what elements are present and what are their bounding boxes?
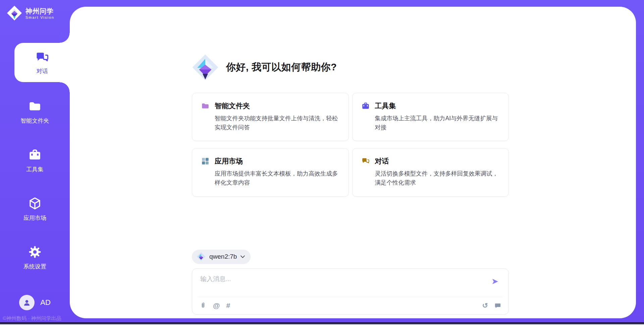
main-panel: 你好, 我可以如何帮助你? 智能文件夹 智能文件夹功能支持批量文件上传与清洗，轻… (70, 7, 636, 318)
toolbox-icon (28, 148, 42, 162)
paperclip-icon (200, 302, 207, 309)
brand-name: 神州问学 (25, 7, 54, 15)
sidebar-item-smart-folder[interactable]: 智能文件夹 (0, 99, 70, 125)
grid-icon (201, 157, 210, 166)
card-title: 应用市场 (215, 156, 243, 166)
model-selector-row: qwen2:7b (192, 250, 509, 264)
sidebar-item-label: 智能文件夹 (0, 117, 70, 125)
model-selector[interactable]: qwen2:7b (192, 250, 251, 264)
card-title: 工具集 (375, 101, 396, 111)
folder-icon (201, 102, 210, 110)
model-logo-icon (197, 252, 206, 261)
sidebar-item-chat[interactable]: 对话 (14, 43, 70, 82)
welcome: 你好, 我可以如何帮助你? (192, 54, 509, 81)
sidebar-item-toolset[interactable]: 工具集 (0, 148, 70, 173)
gear-icon (28, 245, 42, 259)
chat-icon (35, 50, 50, 65)
card-title: 对话 (375, 156, 389, 166)
sidebar-footer: ©神州数码 · 神州问学出品 (3, 315, 70, 322)
person-icon (22, 298, 32, 307)
card-description: 智能文件夹功能支持批量文件上传与清洗，轻松实现文件问答 (215, 114, 338, 132)
chat-bubble-icon (494, 302, 501, 309)
brand-logo-icon (7, 5, 22, 21)
divider (198, 297, 502, 297)
folder-icon (28, 99, 42, 113)
hashtag-button[interactable]: # (226, 302, 230, 310)
chat-icon (361, 157, 370, 166)
message-input[interactable] (200, 274, 476, 295)
assistant-logo-icon (192, 54, 219, 81)
card-chat[interactable]: 对话 灵活切换多模型文件，支持多样回复效果调试，满足个性化需求 (352, 148, 509, 196)
card-app-market[interactable]: 应用市场 应用市场提供丰富长文本模板，助力高效生成多样化文章内容 (192, 148, 349, 196)
card-description: 灵活切换多模型文件，支持多样回复效果调试，满足个性化需求 (375, 169, 499, 187)
card-title: 智能文件夹 (215, 101, 250, 111)
history-button[interactable]: ↺ (482, 302, 488, 310)
user-name: AD (40, 298, 51, 307)
avatar (19, 295, 35, 310)
attach-button[interactable] (200, 302, 207, 309)
brand: 神州问学 Smart Vision (0, 0, 70, 21)
sidebar-item-label: 工具集 (0, 166, 70, 173)
composer: ➤ @ # ↺ (192, 268, 509, 315)
feature-cards: 智能文件夹 智能文件夹功能支持批量文件上传与清洗，轻松实现文件问答 (192, 93, 509, 197)
chevron-down-icon (240, 255, 245, 258)
sidebar-item-settings[interactable]: 系统设置 (0, 245, 70, 270)
sidebar: 神州问学 Smart Vision 对话 智能文件夹 (0, 0, 70, 325)
user-profile[interactable]: AD (0, 295, 70, 310)
toolbox-icon (361, 102, 370, 110)
sidebar-item-label: 系统设置 (0, 263, 70, 270)
chat-history-button[interactable] (494, 302, 501, 309)
model-name: qwen2:7b (209, 253, 237, 260)
sidebar-item-label: 对话 (37, 67, 48, 75)
composer-toolbar: @ # ↺ (200, 301, 501, 311)
cube-icon (28, 196, 42, 210)
greeting: 你好, 我可以如何帮助你? (226, 61, 337, 74)
brand-subtitle: Smart Vision (25, 15, 54, 19)
card-toolset[interactable]: 工具集 集成市场上主流工具，助力AI与外界无缝扩展与对接 (352, 93, 509, 141)
card-description: 应用市场提供丰富长文本模板，助力高效生成多样化文章内容 (215, 169, 338, 187)
card-smart-folder[interactable]: 智能文件夹 智能文件夹功能支持批量文件上传与清洗，轻松实现文件问答 (192, 93, 349, 141)
mention-button[interactable]: @ (213, 302, 220, 310)
sidebar-item-app-market[interactable]: 应用市场 (0, 196, 70, 222)
card-description: 集成市场上主流工具，助力AI与外界无缝扩展与对接 (375, 114, 499, 132)
send-button[interactable]: ➤ (489, 277, 500, 286)
sidebar-item-label: 应用市场 (0, 214, 70, 222)
